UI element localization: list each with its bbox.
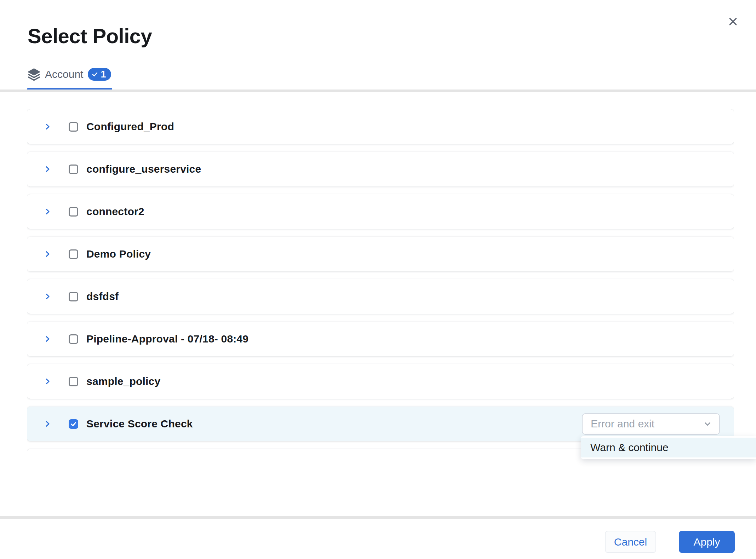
action-dropdown-menu: Warn & continue: [581, 436, 756, 459]
check-icon: [92, 71, 98, 77]
cancel-button[interactable]: Cancel: [605, 531, 656, 553]
close-button[interactable]: [724, 13, 742, 30]
dropdown-option-warn-continue[interactable]: Warn & continue: [581, 438, 756, 457]
policy-name: Service Score Check: [86, 418, 193, 430]
action-select-value: Error and exit: [591, 418, 654, 430]
apply-button[interactable]: Apply: [679, 531, 735, 553]
policy-row[interactable]: connector2: [27, 194, 734, 229]
expand-chevron-icon[interactable]: [43, 121, 52, 132]
expand-chevron-icon[interactable]: [43, 163, 52, 175]
policy-name: Demo Policy: [86, 248, 151, 260]
policy-name: Configured_Prod: [86, 121, 174, 133]
policy-row[interactable]: Pipeline-Approval - 07/18- 08:49: [27, 322, 734, 356]
footer-divider: [0, 516, 756, 519]
layers-icon: [28, 68, 40, 81]
policy-checkbox[interactable]: [69, 122, 78, 132]
policy-name: sample_policy: [86, 375, 160, 387]
header-divider: [0, 90, 756, 92]
expand-chevron-icon[interactable]: [43, 376, 52, 387]
selected-count: 1: [101, 69, 106, 80]
policy-checkbox[interactable]: [69, 249, 78, 259]
chevron-down-icon: [703, 419, 712, 428]
policy-row[interactable]: sample_policy: [27, 364, 734, 399]
policy-name: dsfdsf: [86, 290, 119, 302]
tab-account-label: Account: [45, 68, 83, 80]
policy-checkbox[interactable]: [69, 334, 78, 344]
expand-chevron-icon[interactable]: [43, 206, 52, 217]
expand-chevron-icon[interactable]: [43, 291, 52, 302]
policy-checkbox[interactable]: [69, 377, 78, 386]
expand-chevron-icon[interactable]: [43, 333, 52, 345]
policy-list: Configured_Prod configure_userservice co…: [27, 109, 734, 460]
selected-count-badge: 1: [88, 68, 111, 81]
policy-name: configure_userservice: [86, 163, 201, 175]
policy-checkbox[interactable]: [69, 207, 78, 217]
policy-checkbox-checked[interactable]: [69, 419, 78, 429]
policy-checkbox[interactable]: [69, 165, 78, 174]
page-title: Select Policy: [28, 24, 152, 48]
policy-row[interactable]: dsfdsf: [27, 279, 734, 314]
policy-name: connector2: [86, 206, 144, 218]
action-select[interactable]: Error and exit: [582, 413, 720, 435]
policy-row[interactable]: configure_userservice: [27, 152, 734, 186]
policy-row[interactable]: Configured_Prod: [27, 109, 734, 144]
policy-name: Pipeline-Approval - 07/18- 08:49: [86, 333, 248, 345]
expand-chevron-icon[interactable]: [43, 418, 52, 430]
policy-row[interactable]: Demo Policy: [27, 237, 734, 271]
policy-checkbox[interactable]: [69, 292, 78, 301]
close-icon: [728, 16, 738, 27]
tab-account[interactable]: Account 1: [28, 68, 111, 81]
expand-chevron-icon[interactable]: [43, 248, 52, 260]
